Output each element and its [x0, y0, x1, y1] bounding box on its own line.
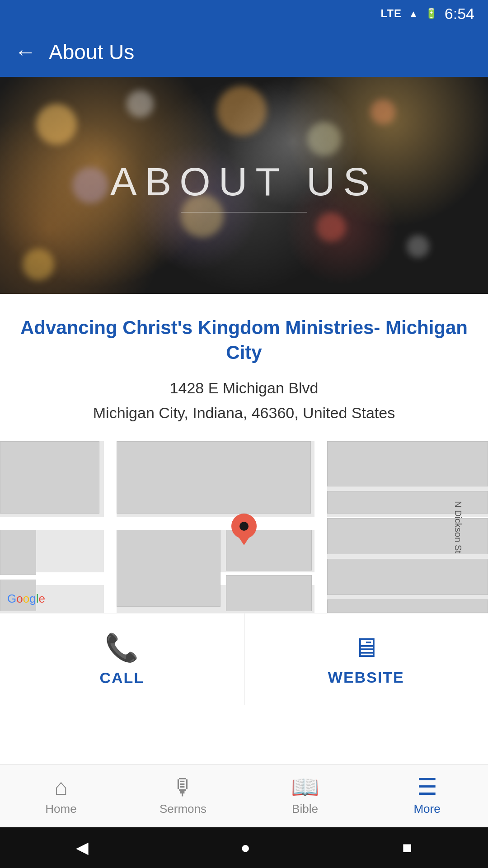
svg-point-1 [239, 522, 249, 531]
bokeh-5 [371, 99, 395, 124]
bokeh-4 [307, 122, 341, 156]
g-letter-6: e [38, 592, 45, 605]
signal-icon: ▲ [409, 9, 418, 19]
app-bar: ← About Us [0, 27, 488, 77]
g-letter-3: o [23, 592, 29, 605]
call-label: CALL [99, 669, 144, 687]
nav-label-home: Home [45, 802, 76, 816]
building-10 [327, 518, 488, 554]
menu-icon: ☰ [417, 776, 437, 798]
system-back-button[interactable]: ◀ [76, 838, 89, 857]
map-pin [231, 514, 257, 547]
book-icon: 📖 [291, 776, 319, 798]
building-12 [327, 599, 488, 613]
home-icon: ⌂ [54, 776, 68, 798]
building-8 [327, 441, 488, 486]
church-name: Advancing Christ's Kingdom Ministries- M… [18, 316, 470, 365]
bokeh-6 [72, 167, 108, 203]
building-5 [226, 575, 312, 611]
nav-label-more: More [413, 802, 440, 816]
website-button[interactable]: 🖥 WEBSITE [244, 613, 488, 705]
g-letter-1: G [7, 592, 16, 605]
content-area: ABOUT US Advancing Christ's Kingdom Mini… [0, 77, 488, 814]
building-1 [0, 441, 99, 514]
nav-item-sermons[interactable]: 🎙 Sermons [122, 764, 244, 827]
road-v2 [314, 441, 327, 613]
action-buttons: 📞 CALL 🖥 WEBSITE [0, 613, 488, 705]
bokeh-8 [316, 212, 346, 242]
hero-text-container: ABOUT US [110, 159, 378, 212]
building-6 [0, 530, 36, 575]
address-line1: 1428 E Michigan Blvd [170, 379, 319, 396]
nav-label-sermons: Sermons [160, 802, 206, 816]
street-label: N Dickson St [453, 501, 464, 553]
website-label: WEBSITE [328, 669, 404, 686]
bottom-navigation: ⌂ Home 🎙 Sermons 📖 Bible ☰ More [0, 764, 488, 827]
hero-divider [181, 212, 307, 212]
hero-banner: ABOUT US [0, 77, 488, 294]
church-info: Advancing Christ's Kingdom Ministries- M… [0, 294, 488, 441]
nav-item-more[interactable]: ☰ More [366, 764, 488, 827]
battery-icon: 🔋 [425, 8, 437, 19]
church-address: 1428 E Michigan Blvd Michigan City, Indi… [18, 376, 470, 425]
call-button[interactable]: 📞 CALL [0, 613, 244, 705]
nav-item-bible[interactable]: 📖 Bible [244, 764, 366, 827]
system-home-button[interactable]: ● [240, 838, 250, 857]
bokeh-2 [127, 90, 154, 118]
building-9 [327, 491, 488, 514]
back-button[interactable]: ← [14, 41, 36, 63]
nav-item-home[interactable]: ⌂ Home [0, 764, 122, 827]
google-logo: Google [7, 592, 45, 606]
nav-label-bible: Bible [292, 802, 318, 816]
microphone-icon: 🎙 [172, 776, 194, 798]
system-recent-button[interactable]: ■ [402, 838, 412, 857]
g-letter-2: o [16, 592, 23, 605]
bokeh-10 [23, 249, 54, 280]
address-line2: Michigan City, Indiana, 46360, United St… [93, 404, 395, 421]
building-11 [327, 559, 488, 595]
system-navigation: ◀ ● ■ [0, 827, 488, 868]
hero-title: ABOUT US [110, 159, 378, 205]
svg-marker-2 [237, 534, 251, 545]
g-letter-4: g [29, 592, 36, 605]
building-2 [117, 441, 311, 514]
pin-svg [231, 514, 257, 545]
status-bar: LTE ▲ 🔋 6:54 [0, 0, 488, 27]
bokeh-9 [407, 235, 429, 258]
monitor-icon: 🖥 [352, 632, 380, 663]
phone-icon: 📞 [105, 632, 139, 664]
road-v1 [104, 441, 117, 613]
building-3 [117, 530, 221, 607]
clock: 6:54 [445, 5, 474, 23]
lte-indicator: LTE [380, 7, 402, 20]
bokeh-3 [217, 86, 267, 136]
page-title: About Us [49, 40, 134, 64]
map-view[interactable]: N Dickson St Google [0, 441, 488, 613]
bokeh-1 [36, 104, 77, 145]
